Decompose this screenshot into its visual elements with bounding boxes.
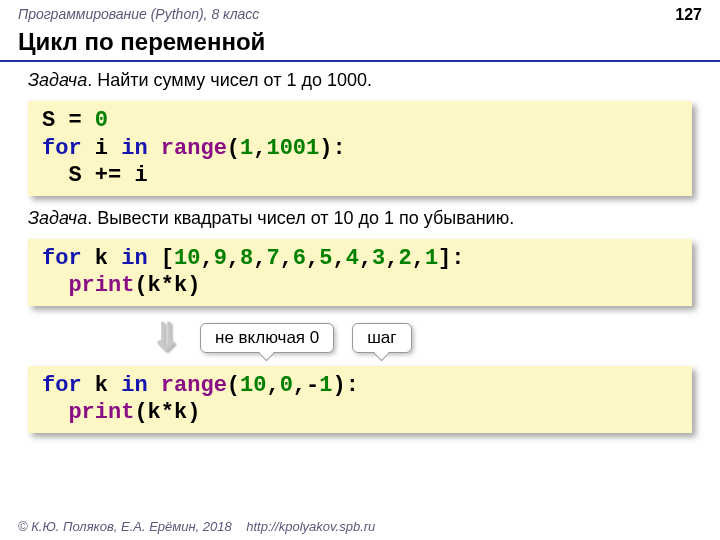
down-arrow-icon: ⇓	[150, 326, 182, 349]
slide-title: Цикл по переменной	[0, 26, 720, 62]
task-1-text: . Найти сумму чисел от 1 до 1000.	[87, 70, 372, 90]
task-1: Задача. Найти сумму чисел от 1 до 1000.	[0, 68, 720, 97]
task-2: Задача. Вывести квадраты чисел от 10 до …	[0, 206, 720, 235]
code-block-2: for k in [10,9,8,7,6,5,4,3,2,1]: print(k…	[28, 239, 692, 306]
task-1-label: Задача	[28, 70, 87, 90]
course-name: Программирование (Python), 8 класс	[18, 6, 259, 24]
code-block-3: for k in range(10,0,-1): print(k*k)	[28, 366, 692, 433]
callout-exclude-zero: не включая 0	[200, 323, 334, 353]
task-2-label: Задача	[28, 208, 87, 228]
copyright: © К.Ю. Поляков, Е.А. Ерёмин, 2018	[18, 519, 232, 534]
page-number: 127	[675, 6, 702, 24]
code-block-1: S = 0 for i in range(1,1001): S += i	[28, 101, 692, 196]
footer-url: http://kpolyakov.spb.ru	[246, 519, 375, 534]
callout-step: шаг	[352, 323, 411, 353]
slide-footer: © К.Ю. Поляков, Е.А. Ерёмин, 2018 http:/…	[18, 519, 375, 534]
slide-header: Программирование (Python), 8 класс 127	[0, 0, 720, 26]
task-2-text: . Вывести квадраты чисел от 10 до 1 по у…	[87, 208, 514, 228]
annotation-row: ⇓ не включая 0 шаг	[150, 316, 720, 360]
